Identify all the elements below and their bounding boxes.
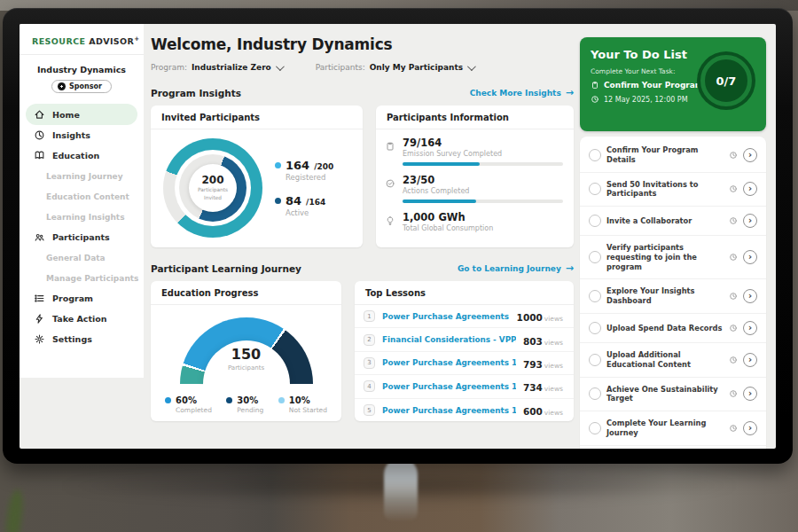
lesson-views-suffix: views xyxy=(544,339,563,347)
task-row[interactable]: Upload Spend Data Records › xyxy=(580,314,766,343)
lesson-title-link[interactable]: Power Purchase Agreements 102 xyxy=(382,382,516,391)
lesson-title-link[interactable]: Power Purchase Agreements 101 xyxy=(382,312,510,321)
task-row[interactable]: Invite a Collaborator › xyxy=(580,207,766,236)
sidebar-program-name: Industry Dynamics xyxy=(20,65,144,74)
chevron-right-button[interactable]: › xyxy=(743,387,757,401)
sidebar-item[interactable]: Education xyxy=(20,145,144,166)
task-checkbox[interactable] xyxy=(589,354,601,366)
sidebar-item[interactable]: Learning Insights xyxy=(20,207,144,227)
stat-label: Total Global Consumption xyxy=(403,224,563,232)
task-checkbox[interactable] xyxy=(589,251,601,263)
legend-percent: 60% xyxy=(176,395,197,405)
legend-value: 84 xyxy=(286,194,301,207)
legend-dot xyxy=(278,397,285,403)
task-checkbox[interactable] xyxy=(589,215,601,227)
chevron-right-button[interactable]: › xyxy=(743,182,757,196)
task-checkbox[interactable] xyxy=(589,422,601,434)
clock-icon xyxy=(591,95,599,104)
collapse-tasks-link[interactable]: Collapse Tasks xyxy=(580,446,766,449)
lesson-row[interactable]: 1 Power Purchase Agreements 101 1000view… xyxy=(355,305,574,328)
sidebar-item[interactable]: Insights xyxy=(20,125,144,145)
lesson-row[interactable]: 2 Financial Considerations - VPPAs 803vi… xyxy=(355,328,574,351)
clock-icon xyxy=(729,151,738,160)
filter-value: Only My Participants xyxy=(370,63,463,72)
task-row[interactable]: Explore Your Insights Dashboard › xyxy=(580,279,766,314)
donut-legend: 164 /200 Registered 84 /164 xyxy=(275,159,333,217)
task-row[interactable]: Verify participants requesting to join t… xyxy=(580,236,766,279)
invited-participants-donut-chart: 200 Participants Invited xyxy=(163,138,262,238)
filter-dropdown[interactable]: Program: Industrialize Zero xyxy=(151,63,282,72)
lesson-views-count: 1000 xyxy=(517,312,543,323)
task-row[interactable]: Upload Additional Educational Content › xyxy=(580,343,766,378)
clock-icon xyxy=(729,324,738,332)
clock-icon xyxy=(729,184,738,193)
lesson-row[interactable]: 4 Power Purchase Agreements 102 734views xyxy=(355,375,574,398)
sidebar-item-icon xyxy=(34,150,45,161)
lesson-row[interactable]: 3 Power Purchase Agreements 101 793views xyxy=(355,352,574,375)
invited-participants-card: Invited Participants 200 Participants In… xyxy=(151,106,363,247)
sidebar-item[interactable]: Take Action xyxy=(20,309,144,329)
donut-center-value: 200 xyxy=(201,174,223,186)
stat-label: Emission Survey Completed xyxy=(403,150,563,158)
top-lessons-card-title: Top Lessons xyxy=(355,281,574,305)
task-checkbox[interactable] xyxy=(589,322,601,334)
stat-value: 79/164 xyxy=(403,137,563,149)
legend-total: /200 xyxy=(314,162,333,171)
lesson-title-link[interactable]: Financial Considerations - VPPAs xyxy=(382,335,516,344)
task-checkbox[interactable] xyxy=(589,387,601,400)
sidebar-item[interactable]: Learning Journey xyxy=(20,166,144,186)
task-row[interactable]: Confirm Your Program Details › xyxy=(580,138,766,173)
sidebar: RESOURCE ADVISOR+ Industry Dynamics Spon… xyxy=(20,24,144,378)
sponsor-badge: Sponsor xyxy=(51,80,112,93)
sidebar-item-label: Education Content xyxy=(46,192,129,201)
task-checkbox[interactable] xyxy=(589,183,601,195)
task-label: Confirm Your Program Details xyxy=(606,145,724,165)
progress-bar xyxy=(403,200,563,203)
task-label: Explore Your Insights Dashboard xyxy=(606,286,724,306)
monitor-stand xyxy=(384,458,418,521)
go-to-learning-journey-link[interactable]: Go to Learning Journey → xyxy=(458,262,574,274)
legend-dot xyxy=(275,198,281,204)
todo-column: Your To Do List Complete Your Next Task:… xyxy=(580,37,766,449)
lesson-views-suffix: views xyxy=(544,385,563,393)
chevron-right-button[interactable]: › xyxy=(743,421,757,435)
stat-value: 23/50 xyxy=(403,174,563,186)
task-checkbox[interactable] xyxy=(589,290,601,302)
lesson-title-link[interactable]: Power Purchase Agreements 101 xyxy=(382,358,516,367)
sidebar-item-icon xyxy=(34,109,45,121)
sidebar-item-icon xyxy=(34,293,45,304)
lesson-row[interactable]: 5 Power Purchase Agreements 103 600views xyxy=(355,399,574,422)
sidebar-item[interactable]: Manage Participants xyxy=(20,268,144,288)
task-row[interactable]: Send 50 Invitations to Participants › xyxy=(580,173,766,207)
chevron-right-button[interactable]: › xyxy=(743,289,757,303)
task-label: Send 50 Invitations to Participants xyxy=(606,180,724,200)
sidebar-item[interactable]: Home xyxy=(26,104,137,125)
lesson-views-suffix: views xyxy=(544,409,563,417)
filter-label: Participants: xyxy=(316,63,365,72)
chevron-right-button[interactable]: › xyxy=(743,250,757,264)
task-row[interactable]: Complete Your Learning Journey › xyxy=(580,411,766,446)
sidebar-item-label: Learning Journey xyxy=(46,172,123,181)
sidebar-item-label: Education xyxy=(52,151,99,160)
sidebar-item[interactable]: Education Content xyxy=(20,186,144,207)
sidebar-item-label: Settings xyxy=(52,334,92,344)
chevron-right-button[interactable]: › xyxy=(743,148,757,162)
task-row[interactable]: Achieve One Sustainability Target › xyxy=(580,378,766,412)
main-content: Welcome, Industry Dynamics Program: Indu… xyxy=(144,24,581,449)
filter-dropdown[interactable]: Participants: Only My Participants xyxy=(316,63,473,72)
chevron-down-icon xyxy=(276,62,285,71)
sidebar-item-label: Take Action xyxy=(52,314,107,324)
chevron-right-button[interactable]: › xyxy=(743,353,757,367)
top-lessons-list: 1 Power Purchase Agreements 101 1000view… xyxy=(355,305,574,422)
sidebar-item[interactable]: Settings xyxy=(20,329,144,349)
chevron-right-button[interactable]: › xyxy=(743,214,757,228)
lesson-title-link[interactable]: Power Purchase Agreements 103 xyxy=(382,406,516,415)
check-more-insights-link[interactable]: Check More Insights → xyxy=(470,87,574,98)
sidebar-item[interactable]: General Data xyxy=(20,247,144,268)
sidebar-item[interactable]: Participants xyxy=(20,227,144,247)
chevron-right-button[interactable]: › xyxy=(743,321,757,335)
todo-progress-count: 0/7 xyxy=(716,74,737,88)
task-checkbox[interactable] xyxy=(589,149,601,161)
sidebar-item[interactable]: Program xyxy=(20,288,144,309)
participants-information-card: Participants Information 79/164 Emission… xyxy=(376,106,574,247)
